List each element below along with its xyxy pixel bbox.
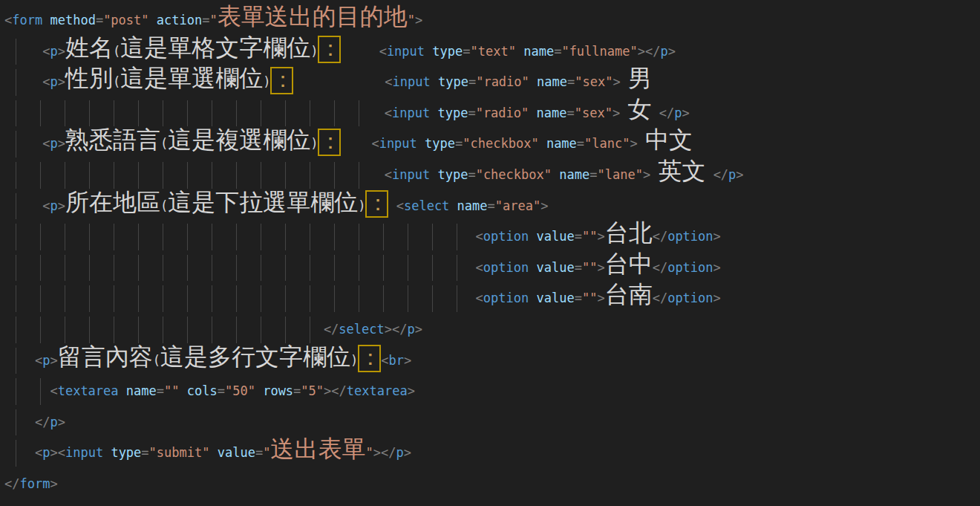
code-token: 這是單格文字欄位 <box>120 33 310 62</box>
code-token: > <box>415 13 422 27</box>
unicode-highlight-box: ： <box>358 345 381 372</box>
code-token: 送出表單 <box>270 435 365 463</box>
code-token: type <box>437 167 468 182</box>
code-token: 台北 <box>605 218 653 247</box>
code-line-13[interactable]: <textarea name="" cols="50" rows="5"></t… <box>4 376 980 407</box>
code-token: p <box>408 322 415 337</box>
code-token <box>293 74 385 89</box>
code-line-15[interactable]: <p><input type="submit" value="送出表單"></p… <box>4 438 980 469</box>
code-line-6[interactable]: <input type="checkbox" name="lane"> 英文 <… <box>4 160 980 191</box>
code-token <box>341 44 379 59</box>
code-token: = <box>577 136 584 151</box>
code-token <box>4 106 385 120</box>
code-token: ( <box>113 74 120 89</box>
code-token: > <box>630 136 638 151</box>
code-line-9[interactable]: <option value="">台中</option> <box>4 253 980 284</box>
code-token: ( <box>113 44 120 59</box>
code-token: ( <box>153 353 160 368</box>
code-token: > <box>373 445 381 460</box>
code-token: ( <box>160 136 168 151</box>
code-token: 表單送出的目的地 <box>218 2 408 30</box>
code-token <box>529 291 536 305</box>
code-token: </ <box>381 445 396 460</box>
code-token <box>4 167 385 182</box>
unicode-highlight-box: ： <box>270 67 293 94</box>
code-token: p <box>50 136 57 151</box>
code-token: type <box>111 445 141 460</box>
code-token: 這是下拉選單欄位 <box>168 188 358 216</box>
code-token: = <box>575 260 582 275</box>
code-token: = <box>575 291 582 305</box>
code-token: = <box>488 198 495 213</box>
code-token: type <box>438 74 468 89</box>
code-line-11[interactable]: </select></p> <box>4 314 980 346</box>
code-token: option <box>483 229 529 244</box>
code-token <box>103 445 111 460</box>
code-token: < <box>4 13 12 27</box>
code-token: > <box>58 415 65 429</box>
code-line-2[interactable]: <p>姓名(這是單格文字欄位)： <input type="text" name… <box>4 36 980 68</box>
code-token: = <box>463 44 470 59</box>
code-token: 中文 <box>645 126 693 154</box>
code-token: "" <box>582 229 597 244</box>
code-line-1[interactable]: <form method="post" action="表單送出的目的地"> <box>4 5 980 36</box>
code-token <box>449 198 457 213</box>
code-token: </ <box>653 291 667 305</box>
code-line-3[interactable]: <p>性別(這是單選欄位)： <input type="radio" name=… <box>4 67 980 98</box>
code-token: "submit" <box>149 445 210 460</box>
code-token: > <box>540 198 548 213</box>
unicode-highlight-box: ： <box>318 129 341 156</box>
code-token: input <box>392 106 430 120</box>
code-line-4[interactable]: <input type="radio" name="sex"> 女 </p> <box>4 98 980 129</box>
code-token: > <box>50 353 57 368</box>
code-token: 性別 <box>65 64 113 92</box>
code-line-14[interactable]: </p> <box>4 407 980 438</box>
code-token: < <box>381 353 388 368</box>
code-token: </ <box>653 260 667 275</box>
code-token: input <box>387 44 425 59</box>
code-token <box>255 383 263 398</box>
code-token: < <box>385 167 392 182</box>
code-token: type <box>432 44 463 59</box>
code-token: > <box>643 167 650 182</box>
code-token: input <box>379 136 417 151</box>
code-editor[interactable]: <form method="post" action="表單送出的目的地"> <… <box>0 0 980 506</box>
code-token: = <box>202 13 209 27</box>
code-token: "fullname" <box>561 44 637 59</box>
code-token: 英文 <box>658 157 705 185</box>
code-line-5[interactable]: <p>熟悉語言(這是複選欄位)： <input type="checkbox" … <box>4 129 980 160</box>
code-token: < <box>42 44 50 59</box>
code-token: rows <box>263 383 293 398</box>
code-token <box>431 74 438 89</box>
code-line-7[interactable]: <p>所在地區(這是下拉選單欄位)： <select name="area"> <box>4 191 980 222</box>
code-token: ( <box>160 198 168 213</box>
code-token: option <box>483 260 529 275</box>
code-token: "lanc" <box>584 136 630 151</box>
code-token: > <box>385 322 392 337</box>
code-token: > <box>612 106 620 120</box>
code-token: "sex" <box>575 74 612 89</box>
code-token: form <box>12 13 42 27</box>
code-token: > <box>58 44 65 59</box>
code-token: > <box>58 74 65 89</box>
code-token: > <box>58 198 65 213</box>
code-token: " <box>365 445 373 460</box>
code-token: </ <box>4 476 19 491</box>
code-token: = <box>468 167 475 182</box>
code-token: > <box>713 260 721 275</box>
code-token: = <box>218 383 225 398</box>
code-line-8[interactable]: <option value="">台北</option> <box>4 221 980 253</box>
code-line-10[interactable]: <option value="">台南</option> <box>4 283 980 314</box>
code-token: > <box>612 74 620 89</box>
code-token <box>705 167 713 182</box>
code-token: = <box>575 229 582 244</box>
code-token <box>539 136 546 151</box>
code-token: "sex" <box>575 106 612 120</box>
code-line-12[interactable]: <p>留言內容(這是多行文字欄位)：<br> <box>4 346 980 377</box>
code-line-16[interactable]: </form> <box>4 469 980 500</box>
code-token: > <box>638 44 645 59</box>
code-token <box>4 74 42 89</box>
code-token <box>552 167 559 182</box>
code-token: = <box>157 383 164 398</box>
code-token: "area" <box>495 198 540 213</box>
